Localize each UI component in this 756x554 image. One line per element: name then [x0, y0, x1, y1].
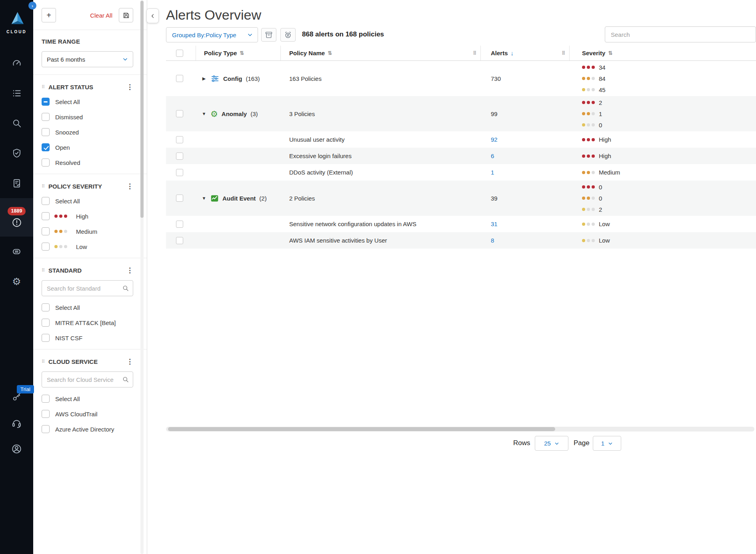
- collapse-arrow-icon[interactable]: ▼: [201, 196, 207, 201]
- kebab-menu-icon[interactable]: ⋮: [126, 358, 133, 365]
- alert-count-link[interactable]: 31: [491, 221, 498, 227]
- alerts-search-input[interactable]: [605, 26, 756, 42]
- checkbox[interactable]: [42, 334, 50, 342]
- time-range-select[interactable]: Past 6 months: [42, 51, 133, 67]
- checkbox[interactable]: [42, 113, 50, 121]
- filter-option-open[interactable]: Open: [42, 143, 133, 151]
- sidebar-item-alerts[interactable]: 1889: [0, 198, 33, 237]
- drag-handle-icon[interactable]: ⠿: [42, 184, 45, 189]
- trial-badge[interactable]: Trial: [17, 385, 34, 393]
- alert-count-link[interactable]: 1: [491, 169, 494, 176]
- grouped-by-select[interactable]: Grouped By:Policy Type: [166, 27, 258, 42]
- row-checkbox[interactable]: [176, 110, 183, 117]
- filter-option-dismissed[interactable]: Dismissed: [42, 113, 133, 121]
- table-row-policy[interactable]: AWS IAM sensitive activities by User 8 L…: [166, 232, 756, 249]
- filter-option-snoozed[interactable]: Snoozed: [42, 128, 133, 136]
- checkbox[interactable]: [42, 128, 50, 136]
- filter-option-medium[interactable]: Medium: [42, 227, 133, 235]
- select-all-rows-checkbox[interactable]: [176, 50, 183, 57]
- checkbox-checked[interactable]: [42, 143, 50, 151]
- snooze-alerts-button[interactable]: [280, 28, 296, 42]
- filter-option-select-all-service[interactable]: Select All: [42, 395, 133, 403]
- row-checkbox[interactable]: [176, 221, 183, 228]
- sort-icon[interactable]: ⇅: [240, 50, 244, 56]
- expand-arrow-icon[interactable]: ▶: [201, 76, 207, 81]
- governance-shield-icon[interactable]: [0, 138, 33, 168]
- search-nav-icon[interactable]: [0, 108, 33, 138]
- sidebar-expand-chevron-icon[interactable]: ›: [28, 2, 36, 10]
- kebab-menu-icon[interactable]: ⋮: [126, 84, 133, 90]
- filter-option-select-all-severity[interactable]: Select All: [42, 197, 133, 205]
- filter-option-nist[interactable]: NIST CSF: [42, 334, 133, 342]
- table-row-group-audit-event[interactable]: ▼ Audit Event (2) 2 Policies 39 0 0 2: [166, 181, 756, 216]
- filter-option-low[interactable]: Low: [42, 243, 133, 251]
- rows-per-page-select[interactable]: 25: [535, 436, 568, 451]
- filter-option-select-all-status[interactable]: Select All: [42, 98, 133, 106]
- filter-scrollbar-thumb[interactable]: [140, 1, 144, 218]
- checkbox[interactable]: [42, 425, 50, 433]
- checkbox-indeterminate[interactable]: [42, 98, 50, 106]
- save-filter-button[interactable]: [119, 8, 133, 22]
- profile-avatar-icon[interactable]: [0, 444, 33, 454]
- dashboard-icon[interactable]: [0, 48, 33, 78]
- alert-count-link[interactable]: 8: [491, 237, 494, 244]
- horizontal-scrollbar-track[interactable]: [166, 427, 754, 432]
- column-policy-type[interactable]: Policy Type: [204, 50, 237, 56]
- inventory-icon[interactable]: [0, 78, 33, 108]
- dismiss-alerts-button[interactable]: [261, 28, 276, 42]
- column-drag-handle-icon[interactable]: ⠿: [473, 50, 476, 56]
- page-select[interactable]: 1: [593, 436, 621, 451]
- column-drag-handle-icon[interactable]: ⠿: [562, 50, 565, 56]
- table-row-group-config[interactable]: ▶ Config (163) 163 Policies 730 34 84 45: [166, 61, 756, 96]
- collapse-filters-button[interactable]: [146, 8, 159, 23]
- checkbox[interactable]: [42, 197, 50, 205]
- drag-handle-icon[interactable]: ⠿: [42, 85, 45, 89]
- column-alerts[interactable]: Alerts: [491, 50, 508, 56]
- table-row-group-anomaly[interactable]: ▼ ⚙ Anomaly (3) 3 Policies 99 2 1 0: [166, 96, 756, 131]
- filter-option-azure-ad[interactable]: Azure Active Directory: [42, 425, 133, 433]
- horizontal-scrollbar-thumb[interactable]: [168, 427, 555, 431]
- table-row-policy[interactable]: DDoS activity (External) 1 Medium: [166, 164, 756, 181]
- filter-option-aws-cloudtrail[interactable]: AWS CloudTrail: [42, 410, 133, 418]
- sort-icon[interactable]: ⇅: [328, 50, 332, 56]
- add-filter-button[interactable]: +: [42, 8, 56, 22]
- compute-icon[interactable]: [0, 237, 33, 267]
- row-checkbox[interactable]: [176, 169, 183, 176]
- filter-option-high[interactable]: High: [42, 212, 133, 220]
- cloud-logo[interactable]: CLOUD: [0, 11, 33, 34]
- clear-all-button[interactable]: Clear All: [90, 12, 112, 19]
- settings-gear-icon[interactable]: ⚙: [0, 267, 33, 297]
- column-severity[interactable]: Severity: [582, 50, 605, 56]
- checkbox[interactable]: [42, 319, 50, 327]
- checkbox[interactable]: [42, 395, 50, 403]
- checkbox[interactable]: [42, 227, 50, 235]
- sort-desc-icon[interactable]: ↓: [511, 50, 514, 56]
- row-checkbox[interactable]: [176, 75, 183, 82]
- table-row-policy[interactable]: Unusual user activity 92 High: [166, 131, 756, 148]
- row-checkbox[interactable]: [176, 237, 183, 244]
- collapse-arrow-icon[interactable]: ▼: [201, 111, 207, 116]
- alert-count-link[interactable]: 92: [491, 136, 498, 143]
- row-checkbox[interactable]: [176, 153, 183, 160]
- checkbox[interactable]: [42, 159, 50, 167]
- drag-handle-icon[interactable]: ⠿: [42, 268, 45, 273]
- column-policy-name[interactable]: Policy Name: [289, 50, 325, 56]
- filter-option-mitre[interactable]: MITRE ATT&CK [Beta]: [42, 319, 133, 327]
- sort-icon[interactable]: ⇅: [608, 50, 612, 56]
- row-checkbox[interactable]: [176, 136, 183, 143]
- standard-search-input[interactable]: [42, 280, 133, 296]
- alert-count-link[interactable]: 6: [491, 153, 494, 159]
- checkbox[interactable]: [42, 303, 50, 311]
- compliance-report-icon[interactable]: [0, 168, 33, 198]
- checkbox[interactable]: [42, 410, 50, 418]
- drag-handle-icon[interactable]: ⠿: [42, 359, 45, 364]
- filter-option-resolved[interactable]: Resolved: [42, 159, 133, 167]
- row-checkbox[interactable]: [176, 195, 183, 202]
- kebab-menu-icon[interactable]: ⋮: [126, 183, 133, 190]
- table-row-policy[interactable]: Excessive login failures 6 High: [166, 148, 756, 164]
- checkbox[interactable]: [42, 243, 50, 251]
- table-row-policy[interactable]: Sensitive network configuration updates …: [166, 216, 756, 232]
- filter-option-select-all-standard[interactable]: Select All: [42, 303, 133, 311]
- support-headset-icon[interactable]: [0, 418, 33, 429]
- cloud-service-search-input[interactable]: [42, 371, 133, 387]
